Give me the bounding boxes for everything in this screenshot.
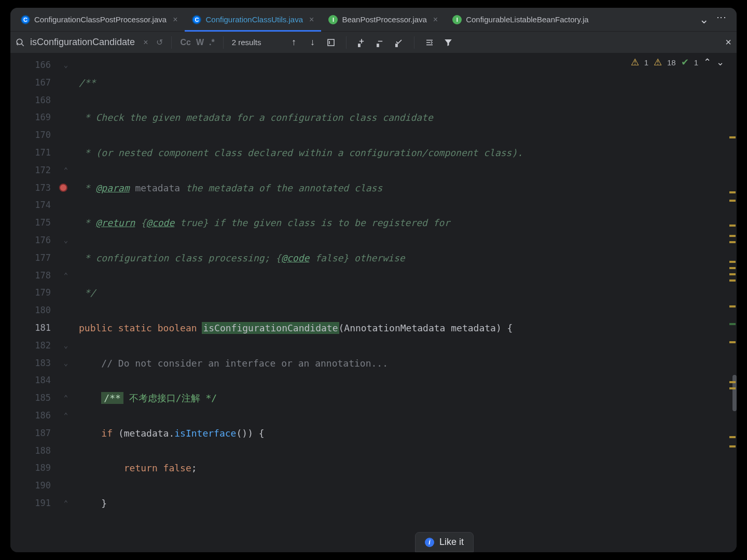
ok-icon: ✔ xyxy=(681,57,689,68)
filter-icon[interactable] xyxy=(441,38,455,47)
separator xyxy=(414,36,414,49)
stripe-marker[interactable] xyxy=(729,341,736,343)
javadoc: /** xyxy=(79,77,96,88)
keyword: if xyxy=(101,428,118,439)
error-stripe[interactable] xyxy=(728,53,737,552)
tab-options-icon[interactable]: ⋮ xyxy=(716,13,727,26)
stripe-marker[interactable] xyxy=(729,191,736,193)
stripe-marker[interactable] xyxy=(729,273,736,275)
search-query[interactable]: isConfigurationCandidate xyxy=(30,37,135,48)
fold-toggle-icon[interactable]: ⌃ xyxy=(58,389,74,407)
fold-toggle-icon[interactable]: ⌄ xyxy=(58,232,74,249)
select-all-icon[interactable] xyxy=(324,38,338,47)
stripe-marker[interactable] xyxy=(729,261,736,263)
code-text xyxy=(79,463,124,473)
inspection-widget[interactable]: ⚠1 ⚠18 ✔1 ⌃ ⌄ xyxy=(631,57,724,68)
match-case-toggle[interactable]: Cc xyxy=(180,38,190,47)
stripe-marker[interactable] xyxy=(729,235,736,237)
tab-config-class-post-processor[interactable]: C ConfigurationClassPostProcessor.java × xyxy=(13,8,185,32)
keyword: public static boolean xyxy=(79,323,202,333)
javadoc: false} xyxy=(309,253,349,263)
history-icon[interactable]: ↺ xyxy=(156,37,163,47)
stripe-marker[interactable] xyxy=(729,136,736,138)
stripe-marker[interactable] xyxy=(729,200,736,202)
class-icon: C xyxy=(192,15,201,24)
remove-selection-icon[interactable]: II xyxy=(374,37,387,48)
fold-toggle-icon[interactable]: ⌄ xyxy=(58,57,74,74)
close-icon[interactable]: × xyxy=(433,15,438,24)
close-icon[interactable]: × xyxy=(173,15,177,24)
separator xyxy=(171,36,172,49)
result-count: 2 results xyxy=(232,38,261,47)
stripe-marker[interactable] xyxy=(729,323,736,325)
code-editor[interactable]: ⚠1 ⚠18 ✔1 ⌃ ⌄ 16616716816917017117217317… xyxy=(10,53,737,552)
tab-label: BeanPostProcessor.java xyxy=(342,15,426,24)
javadoc: true} xyxy=(174,217,208,228)
javadoc-tag: @code xyxy=(146,217,174,228)
javadoc: * xyxy=(79,183,96,193)
scrollbar-thumb[interactable] xyxy=(732,375,737,411)
stripe-marker[interactable] xyxy=(729,436,736,438)
fold-gutter[interactable]: ⌄⌃⌄⌄⌃⌄⌄⌃⌃⌃ xyxy=(58,53,74,552)
whole-words-toggle[interactable]: W xyxy=(196,38,204,47)
fold-toggle-icon[interactable]: ⌃ xyxy=(58,407,74,425)
tab-label: ConfigurationClassUtils.java xyxy=(205,15,303,24)
code-text: } xyxy=(79,498,107,509)
tab-configurable-listable-bean-factory[interactable]: I ConfigurableListableBeanFactory.ja xyxy=(445,8,596,32)
doc-comment: /** xyxy=(101,392,123,404)
fold-toggle-icon[interactable]: ⌄ xyxy=(58,337,74,355)
next-occurrence-icon[interactable]: ↓ xyxy=(306,37,319,48)
stripe-marker[interactable] xyxy=(729,241,736,243)
svg-rect-2 xyxy=(328,39,334,46)
breakpoint-icon[interactable] xyxy=(59,184,67,192)
javadoc: metadata xyxy=(130,183,181,193)
stripe-marker[interactable] xyxy=(729,267,736,269)
warning-count: 18 xyxy=(667,58,676,67)
show-tab-list-icon[interactable]: ⌄ xyxy=(699,13,709,26)
javadoc-tag: @param xyxy=(96,183,130,193)
code-text: ; xyxy=(191,463,197,473)
feedback-popup[interactable]: i Like it xyxy=(415,532,474,552)
javadoc: the metadata of the annotated class xyxy=(180,183,382,193)
close-icon[interactable]: × xyxy=(309,15,314,24)
fold-toggle-icon[interactable]: ⌃ xyxy=(58,267,74,285)
stripe-marker[interactable] xyxy=(729,305,736,307)
warning-count: 1 xyxy=(644,58,648,67)
tab-label: ConfigurationClassPostProcessor.java xyxy=(34,15,167,24)
line-number-gutter[interactable]: 1661671681691701711721731741751761771781… xyxy=(10,53,58,552)
javadoc: * (or nested component class declared wi… xyxy=(79,147,523,158)
code-area[interactable]: /** * Check the given metadata for a con… xyxy=(74,53,728,552)
code-text: ()) { xyxy=(236,428,264,439)
keyword: return false xyxy=(124,463,191,473)
fold-toggle-icon[interactable]: ⌃ xyxy=(58,495,74,512)
javadoc: * Check the given metadata for a configu… xyxy=(79,112,433,123)
filter-settings-icon[interactable] xyxy=(423,38,436,47)
method-call: isInterface xyxy=(174,428,236,439)
prev-occurrence-icon[interactable]: ↑ xyxy=(287,37,300,48)
add-selection-icon[interactable]: II xyxy=(355,37,368,48)
stripe-marker[interactable] xyxy=(729,279,736,282)
javadoc: otherwise xyxy=(349,253,405,263)
clear-icon[interactable]: × xyxy=(143,38,148,47)
fold-toggle-icon[interactable]: ⌃ xyxy=(58,162,74,179)
regex-toggle[interactable]: .* xyxy=(209,38,215,47)
prev-highlight-icon[interactable]: ⌃ xyxy=(703,57,711,68)
close-find-icon[interactable]: × xyxy=(725,36,731,48)
fold-toggle-icon[interactable]: ⌄ xyxy=(58,355,74,372)
javadoc-tag: @code xyxy=(281,253,309,263)
svg-line-1 xyxy=(21,44,24,46)
stripe-marker[interactable] xyxy=(729,445,736,447)
class-icon: C xyxy=(21,15,30,24)
info-icon: i xyxy=(425,538,434,547)
next-highlight-icon[interactable]: ⌄ xyxy=(716,57,724,68)
stripe-marker[interactable] xyxy=(729,225,736,227)
code-text: (metadata. xyxy=(118,428,174,439)
select-all-occurrences-icon[interactable]: II xyxy=(392,37,406,48)
stripe-marker[interactable] xyxy=(729,381,736,383)
search-icon xyxy=(16,38,25,47)
tab-configuration-class-utils[interactable]: C ConfigurationClassUtils.java × xyxy=(185,8,321,32)
tab-bean-post-processor[interactable]: I BeanPostProcessor.java × xyxy=(321,8,445,32)
ok-count: 1 xyxy=(694,58,698,67)
warning-icon: ⚠ xyxy=(631,57,639,68)
stripe-marker[interactable] xyxy=(729,387,736,389)
